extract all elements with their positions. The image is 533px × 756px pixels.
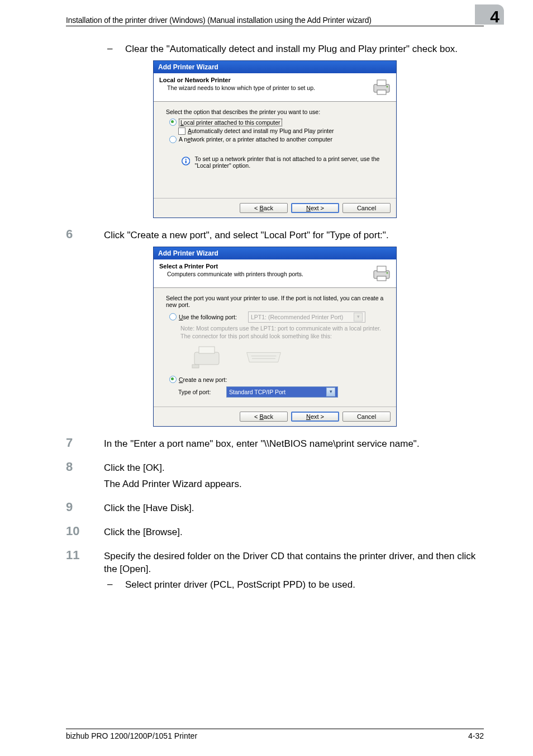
type-of-port-row: Type of port: Standard TCP/IP Port ▾ — [178, 386, 385, 398]
radio-unselected-icon — [169, 313, 177, 320]
step-9-num: 9 — [66, 501, 104, 515]
wizard1-head-sub: The wizard needs to know which type of p… — [159, 84, 372, 91]
wizard1-head-title: Local or Network Printer — [159, 77, 372, 83]
wizard2-head-title: Select a Printer Port — [159, 263, 372, 270]
svg-rect-13 — [192, 365, 199, 368]
cancel-button[interactable]: Cancel — [342, 412, 391, 422]
radio-create-new-port[interactable]: Create a new port: — [169, 376, 385, 383]
intro-bullet: – Clear the "Automatically detect and in… — [104, 43, 484, 56]
wizard1-header: Local or Network Printer The wizard need… — [154, 73, 396, 102]
port-type-dropdown[interactable]: Standard TCP/IP Port ▾ — [226, 386, 338, 398]
checkbox-icon — [178, 127, 185, 135]
connector-parallel-icon — [244, 343, 283, 371]
svg-rect-6 — [185, 160, 187, 163]
svg-rect-2 — [377, 90, 386, 94]
type-of-port-label: Type of port: — [178, 389, 222, 395]
step-8: 8 Click the [OK]. — [66, 461, 484, 475]
step-8-sub: The Add Printer Wizard appears. — [104, 478, 484, 491]
wizard-select-port: Add Printer Wizard Select a Printer Port… — [153, 247, 397, 427]
step-8-text: Click the [OK]. — [104, 461, 165, 475]
step-8-num: 8 — [66, 461, 104, 475]
step-10: 10 Click the [Browse]. — [66, 525, 484, 539]
step-10-num: 10 — [66, 525, 104, 539]
page-header: Installation of the printer driver (Wind… — [66, 16, 484, 26]
step-10-text: Click the [Browse]. — [104, 525, 183, 539]
wizard1-prompt: Select the option that describes the pri… — [166, 108, 385, 115]
back-button[interactable]: < Back — [240, 412, 288, 422]
next-button[interactable]: Next > — [291, 203, 339, 213]
svg-rect-11 — [194, 352, 219, 365]
radio-use-following-port[interactable]: Use the following port: LPT1: (Recommend… — [169, 311, 385, 323]
printer-icon — [372, 263, 392, 283]
svg-rect-9 — [377, 276, 386, 281]
chapter-badge: 4 — [475, 4, 504, 25]
wizard2-head-sub: Computers communicate with printers thro… — [159, 271, 372, 277]
footer-right: 4-32 — [468, 731, 484, 740]
port-dropdown-disabled: LPT1: (Recommended Printer Port) ▾ — [248, 311, 365, 323]
step-9-text: Click the [Have Disk]. — [104, 501, 194, 515]
bullet-dash: – — [104, 579, 125, 592]
svg-point-3 — [387, 86, 388, 87]
radio-local-printer[interactable]: Local printer attached to this computer — [169, 119, 385, 126]
step-11-bullet: – Select printer driver (PCL, PostScript… — [104, 579, 484, 592]
intro-text: Clear the "Automatically detect and inst… — [125, 43, 458, 56]
step-11-text: Specify the desired folder on the Driver… — [104, 549, 484, 576]
header-title: Installation of the printer driver (Wind… — [66, 16, 372, 25]
port-note: Note: Most computers use the LPT1: port … — [180, 325, 385, 340]
step-9: 9 Click the [Have Disk]. — [66, 501, 484, 515]
step-11-num: 11 — [66, 549, 104, 576]
connector-printer-icon — [188, 343, 227, 371]
checkbox-auto-detect[interactable]: Automatically detect and install my Plug… — [178, 127, 385, 135]
wizard2-footer: < Back Next > Cancel — [154, 407, 396, 426]
next-button[interactable]: Next > — [291, 412, 339, 422]
step-7: 7 In the "Enter a port name" box, enter … — [66, 437, 484, 451]
back-button[interactable]: < Back — [240, 203, 288, 213]
step-11-bullet-text: Select printer driver (PCL, PostScript P… — [125, 579, 355, 592]
bullet-dash: – — [104, 43, 125, 56]
wizard2-prompt: Select the port you want your printer to… — [166, 295, 385, 308]
port-value-disabled: LPT1: (Recommended Printer Port) — [251, 314, 343, 320]
wizard2-header: Select a Printer Port Computers communic… — [154, 259, 396, 288]
cancel-button[interactable]: Cancel — [342, 203, 391, 213]
wizard-local-network: Add Printer Wizard Local or Network Prin… — [153, 60, 397, 218]
use-following-label: Use the following port: — [179, 314, 246, 320]
step-6-text: Click "Create a new port", and select "L… — [104, 228, 389, 242]
radio-unselected-icon — [169, 136, 177, 143]
step-7-text: In the "Enter a port name" box, enter "\… — [104, 437, 420, 451]
radio-network-printer[interactable]: A network printer, or a printer attached… — [169, 136, 385, 143]
radio-local-label: Local printer attached to this computer — [179, 119, 282, 126]
info-text: To set up a network printer that is not … — [194, 155, 382, 169]
wizard1-footer: < Back Next > Cancel — [154, 198, 396, 218]
radio-selected-icon — [169, 376, 177, 383]
create-new-label: Create a new port: — [179, 376, 227, 383]
svg-rect-1 — [377, 80, 386, 86]
wizard1-titlebar: Add Printer Wizard — [154, 61, 396, 73]
wizard1-body: Select the option that describes the pri… — [154, 102, 396, 198]
radio-network-label: A network printer, or a printer attached… — [179, 136, 332, 143]
printer-icon — [372, 77, 392, 97]
radio-selected-icon — [169, 119, 177, 126]
svg-marker-14 — [247, 353, 281, 362]
checkbox-auto-label: Automatically detect and install my Plug… — [188, 127, 334, 134]
info-note: To set up a network printer that is not … — [182, 155, 382, 169]
step-6: 6 Click "Create a new port", and select … — [66, 228, 484, 242]
chevron-down-icon: ▾ — [354, 313, 363, 322]
step-11: 11 Specify the desired folder on the Dri… — [66, 549, 484, 576]
connector-illustrations — [188, 343, 385, 371]
wizard2-body: Select the port you want your printer to… — [154, 288, 396, 407]
page-footer: bizhub PRO 1200/1200P/1051 Printer 4-32 — [66, 729, 484, 740]
svg-point-5 — [185, 159, 187, 160]
step-7-num: 7 — [66, 437, 104, 451]
svg-point-10 — [387, 272, 388, 273]
chevron-down-icon: ▾ — [326, 388, 335, 396]
step-6-num: 6 — [66, 228, 104, 242]
footer-left: bizhub PRO 1200/1200P/1051 Printer — [66, 731, 197, 740]
svg-rect-8 — [377, 266, 386, 272]
wizard2-titlebar: Add Printer Wizard — [154, 247, 396, 259]
info-icon — [182, 155, 190, 167]
port-type-value: Standard TCP/IP Port — [229, 389, 285, 395]
svg-rect-12 — [199, 347, 215, 353]
